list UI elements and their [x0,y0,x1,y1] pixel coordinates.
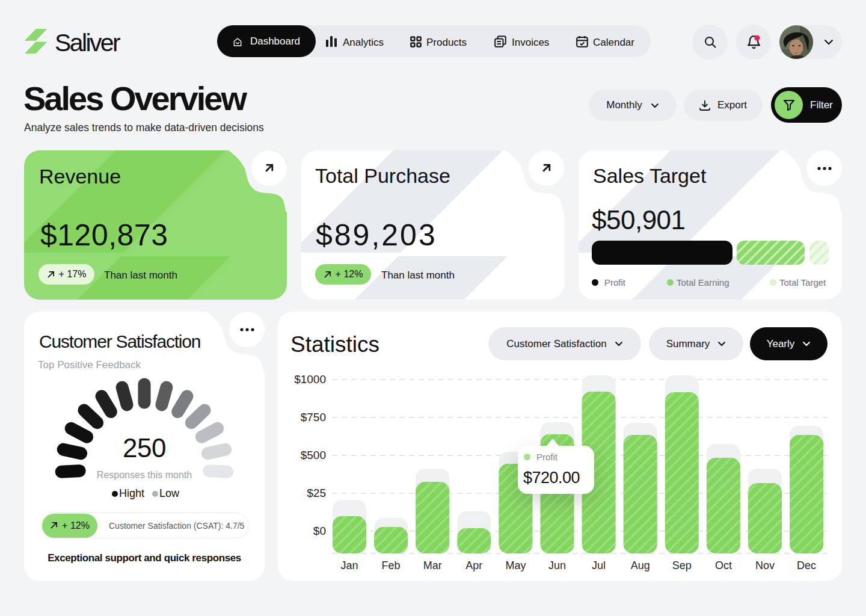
svg-text:Jul: Jul [592,559,606,571]
svg-text:May: May [505,559,526,571]
svg-text:$0: $0 [313,525,326,537]
svg-text:Feb: Feb [382,559,401,571]
svg-text:Sep: Sep [672,559,692,571]
svg-text:Dec: Dec [797,559,816,571]
svg-text:Aug: Aug [631,559,650,571]
svg-text:$750: $750 [301,411,326,424]
svg-text:Apr: Apr [465,559,482,571]
svg-text:Jan: Jan [340,559,358,571]
svg-text:Jun: Jun [548,559,566,571]
svg-text:Oct: Oct [715,559,732,571]
svg-text:$500: $500 [301,449,326,461]
svg-text:$25: $25 [307,487,326,499]
svg-text:$1000: $1000 [294,373,326,386]
svg-text:Nov: Nov [755,559,775,571]
svg-text:Mar: Mar [423,559,442,571]
